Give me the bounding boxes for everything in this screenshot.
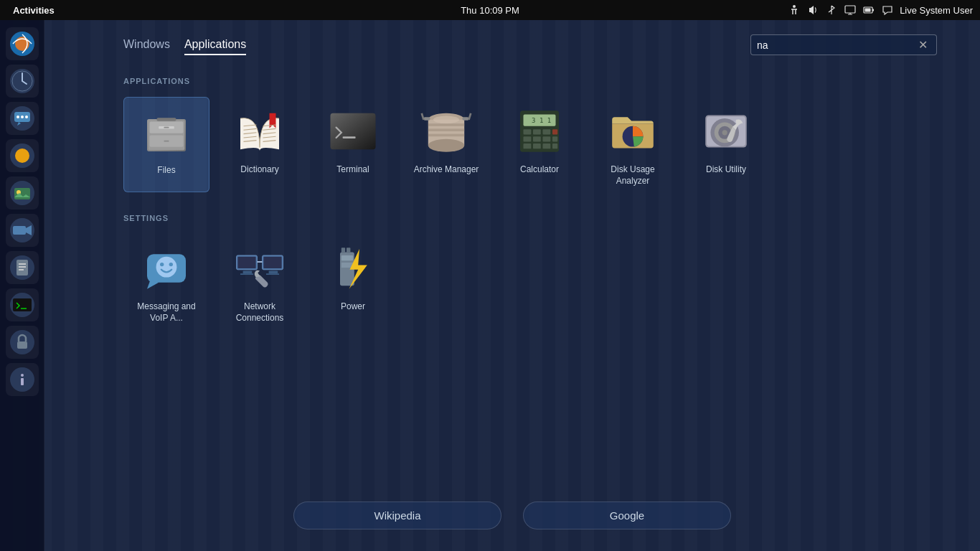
- svg-line-52: [469, 113, 471, 120]
- svg-point-74: [722, 130, 727, 135]
- app-network-connections[interactable]: Network Connections: [217, 234, 303, 329]
- svg-rect-46: [428, 123, 464, 126]
- sidebar-app-files[interactable]: [6, 251, 39, 284]
- bluetooth-icon[interactable]: [825, 4, 838, 17]
- svg-point-12: [21, 116, 24, 118]
- chat-icon[interactable]: [881, 4, 894, 17]
- svg-point-0: [793, 5, 796, 8]
- app-messaging-voip[interactable]: Messaging and VoIP A...: [123, 234, 209, 329]
- wikipedia-button[interactable]: Wikipedia: [293, 501, 501, 529]
- svg-point-77: [160, 263, 164, 266]
- svg-rect-67: [552, 143, 557, 149]
- svg-point-76: [156, 257, 177, 278]
- sidebar-app-clock[interactable]: [6, 65, 39, 98]
- search-clear-button[interactable]: ✕: [915, 38, 930, 52]
- app-files[interactable]: Files: [123, 97, 209, 192]
- topbar-left: Activities: [7, 5, 60, 16]
- display-icon[interactable]: [844, 4, 857, 17]
- svg-rect-56: [524, 129, 532, 134]
- app-disk-usage-analyzer[interactable]: Disk Usage Analyzer: [590, 97, 676, 192]
- applications-section-label: APPLICATIONS: [123, 77, 937, 85]
- svg-rect-87: [269, 271, 278, 274]
- sidebar-app-info[interactable]: [6, 363, 39, 396]
- user-label[interactable]: Live System User: [900, 5, 973, 16]
- app-network-connections-label: Network Connections: [222, 301, 297, 324]
- svg-rect-38: [157, 118, 176, 121]
- app-power-label: Power: [341, 301, 365, 313]
- svg-rect-35: [164, 127, 169, 128]
- nav-row: Windows Applications ✕: [123, 34, 937, 55]
- app-disk-utility[interactable]: Disk Utility: [683, 97, 769, 192]
- terminal-icon: [324, 103, 382, 160]
- svg-rect-92: [341, 255, 353, 260]
- svg-point-45: [433, 116, 459, 123]
- svg-point-44: [428, 139, 464, 152]
- app-terminal-label: Terminal: [336, 164, 369, 176]
- app-files-label: Files: [157, 165, 175, 176]
- sidebar-app-chat[interactable]: [6, 102, 39, 135]
- svg-rect-24: [13, 298, 32, 311]
- sidebar-app-video[interactable]: [6, 214, 39, 247]
- tab-windows[interactable]: Windows: [123, 35, 170, 55]
- volume-icon[interactable]: [806, 4, 819, 17]
- settings-grid: Messaging and VoIP A...: [123, 234, 937, 329]
- svg-rect-49: [424, 117, 430, 121]
- files-icon: [138, 103, 195, 161]
- voip-icon: [138, 240, 195, 297]
- topbar-clock: Thu 10:09 PM: [461, 5, 519, 16]
- network-connections-icon: [231, 240, 288, 297]
- svg-rect-3: [872, 9, 874, 11]
- app-messaging-voip-label: Messaging and VoIP A...: [129, 301, 204, 324]
- app-calculator-label: Calculator: [520, 164, 559, 176]
- app-power[interactable]: Power: [310, 234, 396, 329]
- svg-rect-47: [428, 128, 464, 131]
- sidebar-app-terminal[interactable]: [6, 288, 39, 321]
- svg-rect-37: [164, 141, 169, 142]
- app-archive-manager[interactable]: Archive Manager: [403, 97, 489, 192]
- app-calculator[interactable]: 3 1 1 Calculator: [496, 97, 583, 192]
- svg-rect-41: [343, 136, 356, 138]
- svg-rect-17: [14, 188, 30, 199]
- svg-rect-60: [524, 136, 532, 141]
- svg-rect-90: [341, 248, 345, 253]
- svg-rect-66: [543, 143, 551, 149]
- svg-rect-48: [428, 134, 464, 137]
- activities-button[interactable]: Activities: [7, 5, 60, 16]
- battery-icon[interactable]: [862, 4, 875, 17]
- search-input[interactable]: [757, 39, 915, 51]
- svg-point-28: [21, 374, 24, 377]
- sidebar-app-4[interactable]: [6, 139, 39, 172]
- applications-grid: Files Dictionary: [123, 97, 937, 192]
- svg-rect-57: [533, 129, 541, 134]
- svg-rect-91: [347, 248, 350, 253]
- dictionary-icon: [231, 103, 288, 160]
- svg-rect-63: [552, 136, 557, 141]
- svg-point-15: [15, 149, 29, 163]
- tab-applications[interactable]: Applications: [184, 35, 246, 55]
- app-disk-usage-label: Disk Usage Analyzer: [595, 164, 670, 187]
- sidebar: [0, 20, 44, 551]
- svg-rect-82: [243, 271, 253, 274]
- topbar: Activities Thu 10:09 PM Live System User: [0, 0, 980, 20]
- app-terminal[interactable]: Terminal: [310, 97, 396, 192]
- calculator-icon: 3 1 1: [511, 103, 568, 160]
- app-dictionary[interactable]: Dictionary: [217, 97, 303, 192]
- svg-rect-81: [237, 257, 255, 268]
- svg-rect-20: [13, 226, 26, 235]
- power-icon: [324, 240, 382, 297]
- app-archive-manager-label: Archive Manager: [414, 164, 479, 176]
- bottom-bar: Wikipedia Google: [44, 501, 980, 529]
- sidebar-app-lock[interactable]: [6, 326, 39, 359]
- search-box: ✕: [750, 34, 937, 55]
- svg-rect-22: [17, 260, 28, 276]
- topbar-right: Live System User: [788, 4, 973, 17]
- svg-rect-40: [331, 113, 376, 149]
- svg-point-78: [169, 263, 173, 266]
- svg-rect-64: [524, 143, 532, 149]
- svg-rect-83: [240, 273, 253, 275]
- google-button[interactable]: Google: [523, 501, 731, 529]
- sidebar-app-photos[interactable]: [6, 176, 39, 209]
- svg-rect-26: [17, 342, 27, 349]
- sidebar-app-firefox[interactable]: [6, 27, 39, 60]
- accessibility-icon[interactable]: [788, 4, 801, 17]
